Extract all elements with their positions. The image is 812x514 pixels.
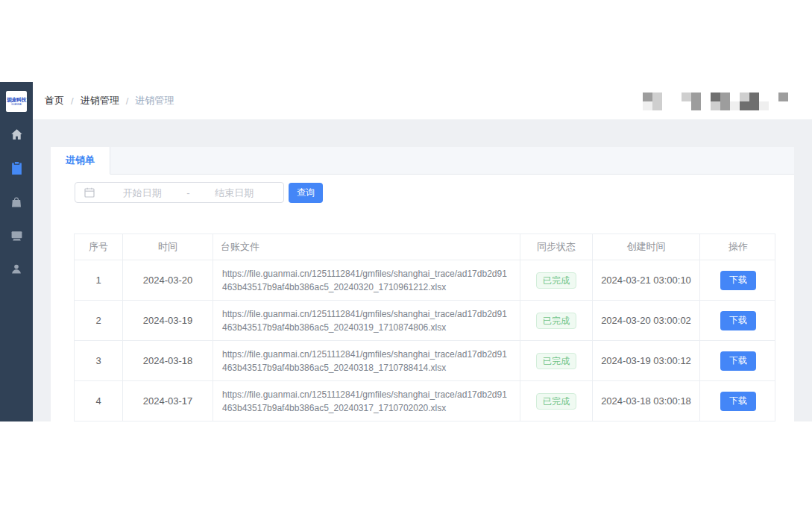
status-badge: 已完成 bbox=[536, 353, 576, 369]
column-header: 同步状态 bbox=[520, 234, 593, 260]
query-button[interactable]: 查询 bbox=[289, 183, 323, 203]
clipboard-icon bbox=[11, 162, 22, 175]
row-index: 1 bbox=[75, 260, 123, 300]
row-created-time: 2024-03-19 03:00:12 bbox=[593, 341, 700, 380]
row-file-url: https://file.guanmai.cn/1251112841/gmfil… bbox=[213, 341, 520, 380]
home-icon bbox=[10, 128, 23, 141]
filter-bar: - 查询 bbox=[75, 182, 794, 203]
row-index: 4 bbox=[75, 381, 123, 421]
row-date: 2024-03-20 bbox=[123, 260, 213, 300]
main-content: 进销单 - 查询 序号时间台账文件同步状态创建时间操作 1 2024-03-20… bbox=[33, 119, 812, 421]
download-button[interactable]: 下载 bbox=[720, 311, 756, 330]
top-header: 首页 / 进销管理 / 进销管理 bbox=[33, 82, 812, 119]
status-badge: 已完成 bbox=[536, 393, 576, 410]
sidebar-item-ledger[interactable] bbox=[0, 151, 33, 185]
table-row: 4 2024-03-17 https://file.guanmai.cn/125… bbox=[75, 381, 775, 421]
row-date: 2024-03-19 bbox=[123, 301, 213, 340]
column-header: 操作 bbox=[700, 234, 776, 260]
table-header-row: 序号时间台账文件同步状态创建时间操作 bbox=[75, 234, 775, 260]
column-header: 台账文件 bbox=[213, 234, 520, 260]
breadcrumb-home[interactable]: 首页 bbox=[45, 94, 64, 107]
app-logo[interactable]: 观麦科技 GUANMAI bbox=[6, 91, 27, 112]
status-badge: 已完成 bbox=[536, 272, 576, 289]
row-created-time: 2024-03-18 03:00:18 bbox=[593, 381, 700, 421]
table-head: 序号时间台账文件同步状态创建时间操作 bbox=[75, 234, 775, 260]
end-date-input[interactable] bbox=[192, 187, 277, 198]
breadcrumb-current: 进销管理 bbox=[135, 94, 174, 107]
sidebar-nav bbox=[0, 118, 33, 286]
breadcrumb-separator: / bbox=[71, 95, 74, 107]
redacted-user-info[interactable] bbox=[643, 93, 788, 110]
breadcrumb-separator: / bbox=[126, 95, 129, 107]
download-button[interactable]: 下载 bbox=[720, 392, 756, 411]
logo-text: 观麦科技 bbox=[7, 97, 26, 103]
sidebar-item-home[interactable] bbox=[0, 118, 33, 151]
row-index: 2 bbox=[75, 301, 123, 340]
content-card: 进销单 - 查询 序号时间台账文件同步状态创建时间操作 1 2024-03-20… bbox=[51, 147, 794, 421]
download-button[interactable]: 下载 bbox=[720, 351, 756, 371]
start-date-input[interactable] bbox=[99, 187, 185, 198]
breadcrumb: 首页 / 进销管理 / 进销管理 bbox=[45, 82, 174, 119]
column-header: 时间 bbox=[123, 234, 213, 260]
table-body: 1 2024-03-20 https://file.guanmai.cn/125… bbox=[75, 260, 775, 421]
tab-purchase-sale-list[interactable]: 进销单 bbox=[51, 147, 110, 175]
status-badge: 已完成 bbox=[536, 313, 576, 329]
terminal-icon bbox=[10, 230, 23, 242]
row-file-url: https://file.guanmai.cn/1251112841/gmfil… bbox=[213, 260, 520, 300]
row-file-url: https://file.guanmai.cn/1251112841/gmfil… bbox=[213, 301, 520, 340]
column-header: 序号 bbox=[75, 234, 123, 260]
table-row: 1 2024-03-20 https://file.guanmai.cn/125… bbox=[75, 260, 775, 301]
row-date: 2024-03-18 bbox=[123, 341, 213, 380]
logo-subtext: GUANMAI bbox=[11, 103, 22, 106]
row-created-time: 2024-03-20 03:00:02 bbox=[593, 301, 700, 340]
date-range-picker[interactable]: - bbox=[75, 182, 284, 203]
row-file-url: https://file.guanmai.cn/1251112841/gmfil… bbox=[213, 381, 520, 421]
row-index: 3 bbox=[75, 341, 123, 380]
row-created-time: 2024-03-21 03:00:10 bbox=[593, 260, 700, 300]
download-button[interactable]: 下载 bbox=[720, 271, 756, 290]
tab-bar: 进销单 bbox=[51, 147, 794, 175]
sidebar: 观麦科技 GUANMAI bbox=[0, 82, 33, 421]
bag-icon bbox=[10, 196, 22, 208]
range-separator: - bbox=[185, 187, 191, 198]
table-row: 2 2024-03-19 https://file.guanmai.cn/125… bbox=[75, 301, 775, 341]
user-icon bbox=[10, 263, 22, 275]
sidebar-item-shop[interactable] bbox=[0, 185, 33, 219]
ledger-table: 序号时间台账文件同步状态创建时间操作 1 2024-03-20 https://… bbox=[74, 234, 775, 421]
row-date: 2024-03-17 bbox=[123, 381, 213, 421]
column-header: 创建时间 bbox=[593, 234, 700, 260]
app-window: 观麦科技 GUANMAI 首页 / 进销管理 / bbox=[0, 82, 812, 421]
breadcrumb-purchase-sale[interactable]: 进销管理 bbox=[81, 94, 119, 107]
calendar-icon bbox=[84, 187, 95, 198]
sidebar-item-user[interactable] bbox=[0, 252, 33, 286]
table-row: 3 2024-03-18 https://file.guanmai.cn/125… bbox=[75, 341, 775, 381]
sidebar-item-terminal[interactable] bbox=[0, 219, 33, 252]
